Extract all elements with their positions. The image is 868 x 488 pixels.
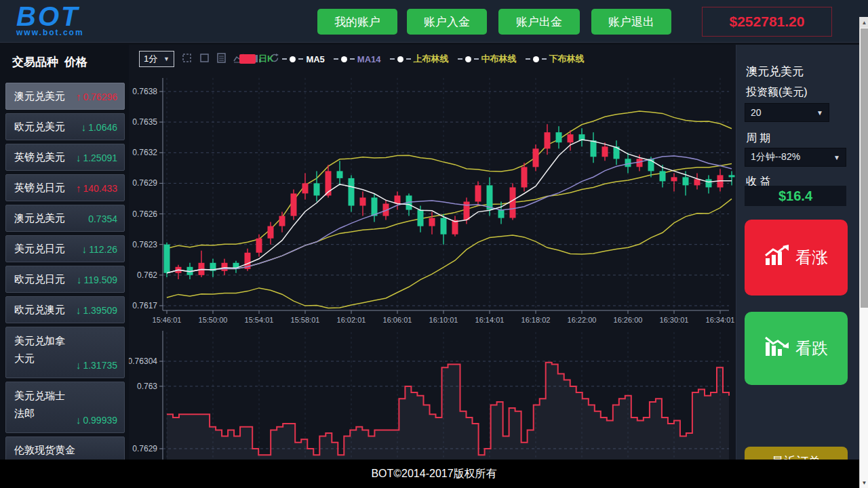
legend-dot-icon [397,56,403,62]
svg-text:16:18:02: 16:18:02 [521,316,551,324]
data-view-icon[interactable] [217,53,226,63]
zoom-reset-icon[interactable] [199,53,210,63]
pair-name: 欧元兑美元 [14,114,65,140]
down-arrow-icon: ↓ [81,121,87,133]
pair-price: 1.25091 [83,152,117,163]
pair-name: 欧元兑澳元 [14,297,65,323]
pair-price: 1.31735 [83,360,117,371]
svg-text:0.7629: 0.7629 [132,178,157,188]
invest-value: 20 [751,107,762,118]
svg-text:0.7629: 0.7629 [132,444,157,453]
sidebar-item-1[interactable]: 欧元兑美元↓1.0646 [5,113,125,140]
chart-panel: 1分 ▼ 日KMA5MA14上布林线中布林线下布林线 15:46:0115:50… [129,45,736,460]
sidebar: 交易品种 价格 澳元兑美元↑0.76296欧元兑美元↓1.0646英镑兑美元↓1… [0,45,129,460]
sidebar-col-price: 价格 [64,54,87,70]
svg-text:0.7623: 0.7623 [132,240,157,249]
period-select[interactable]: 1分钟--82% ▼ [745,148,846,167]
kline-swatch-icon [239,54,256,64]
caret-down-icon: ▼ [833,154,840,161]
invest-select[interactable]: 20 ▼ [745,103,829,122]
legend-item-上布林线[interactable]: 上布林线 [390,53,449,65]
svg-text:15:54:01: 15:54:01 [245,316,274,324]
svg-text:0.7635: 0.7635 [132,117,157,127]
call-label: 看涨 [795,247,828,268]
pair-name: 澳元兑美元 [14,205,65,231]
interval-value: 1分 [144,53,157,65]
svg-text:16:22:00: 16:22:00 [568,316,597,324]
svg-text:16:34:01: 16:34:01 [706,316,735,324]
pair-price: 112.26 [89,244,117,255]
deposit-button[interactable]: 账户入金 [407,9,487,35]
put-button[interactable]: 看跌 [745,312,848,385]
caret-down-icon: ▼ [163,56,170,62]
legend-item-中布林线[interactable]: 中布林线 [458,53,517,65]
sidebar-item-4[interactable]: 澳元兑美元0.7354 [5,205,125,232]
fall-icon [764,336,790,361]
logo-url: www.bot.com [16,28,84,37]
legend-item-MA14[interactable]: MA14 [334,54,381,64]
pair-price: 0.76296 [83,92,117,102]
sidebar-item-6[interactable]: 欧元兑日元↓119.509 [5,266,125,293]
scrollbar-thumb[interactable] [861,28,868,308]
sidebar-item-8[interactable]: 美元兑加拿大元↓1.31735 [5,327,125,378]
sidebar-item-2[interactable]: 英镑兑美元↓1.25091 [5,144,125,171]
legend-item-日K[interactable]: 日K [239,53,273,65]
header: BOT www.bot.com 我的账户 账户入金 账户出金 账户退出 $252… [0,0,868,43]
pair-name: 美元兑加拿大元 [14,327,65,367]
my-account-button[interactable]: 我的账户 [317,9,397,35]
svg-text:0.76304: 0.76304 [129,357,157,366]
svg-text:15:58:01: 15:58:01 [291,316,320,324]
sidebar-item-5[interactable]: 美元兑日元↓112.26 [5,235,125,262]
interval-select[interactable]: 1分 ▼ [139,51,174,67]
svg-text:15:46:01: 15:46:01 [153,316,182,324]
sidebar-item-7[interactable]: 欧元兑澳元↓1.39509 [5,296,125,323]
page-scrollbar[interactable]: ▲ ▼ [859,17,868,488]
chart-legend: 日KMA5MA14上布林线中布林线下布林线 [239,52,585,66]
logo-text: BOT [16,3,84,30]
scroll-up-icon[interactable]: ▲ [860,17,868,28]
down-arrow-icon: ↓ [76,152,81,163]
main-chart[interactable]: 15:46:0115:50:0015:54:0115:58:0116:02:01… [129,68,736,336]
up-arrow-icon: ↑ [76,91,81,102]
pair-name: 英镑兑日元 [14,175,65,201]
call-button[interactable]: 看涨 [745,220,848,296]
sidebar-item-3[interactable]: 英镑兑日元↑140.433 [5,174,125,201]
legend-dot-icon [341,56,347,62]
rise-icon [764,245,790,270]
pair-price: 140.433 [83,183,117,194]
svg-text:16:10:01: 16:10:01 [429,316,458,324]
copyright-text: BOT©2014-2017版权所有 [371,467,496,481]
svg-text:0.763: 0.763 [137,382,157,391]
pair-name: 欧元兑日元 [14,266,65,292]
order-panel: 澳元兑美元 投资额(美元) 20 ▼ 周 期 1分钟--82% ▼ 收 益 $1… [736,45,860,460]
pair-price: 1.0646 [88,122,117,133]
pair-name: 美元兑瑞士法郎 [14,382,65,422]
period-label: 周 期 [746,131,770,146]
legend-dot-icon [465,56,471,62]
svg-text:16:02:01: 16:02:01 [337,316,366,324]
selected-pair-title: 澳元兑美元 [746,64,804,79]
sidebar-item-9[interactable]: 美元兑瑞士法郎↓0.99939 [5,382,125,433]
tick-chart[interactable]: 0.763040.7630.7629 [129,325,736,460]
withdraw-button[interactable]: 账户出金 [498,9,580,35]
down-arrow-icon: ↓ [82,243,87,255]
footer: BOT©2014-2017版权所有 [0,460,868,488]
down-arrow-icon: ↓ [76,304,81,316]
svg-text:0.7617: 0.7617 [132,301,157,310]
account-balance: $252781.20 [702,7,832,37]
legend-item-MA5[interactable]: MA5 [282,54,324,64]
invest-label: 投资额(美元) [746,85,808,100]
svg-text:0.7638: 0.7638 [132,87,157,96]
sidebar-item-0[interactable]: 澳元兑美元↑0.76296 [5,83,125,110]
svg-text:15:50:00: 15:50:00 [199,316,228,324]
select-zoom-icon[interactable] [182,53,192,63]
scroll-down-icon[interactable]: ▼ [860,477,868,488]
svg-text:16:14:01: 16:14:01 [475,316,505,324]
logout-button[interactable]: 账户退出 [591,9,671,35]
period-value: 1分钟--82% [751,151,800,163]
down-arrow-icon: ↓ [77,274,82,285]
legend-dot-icon [533,56,539,62]
svg-text:16:30:01: 16:30:01 [660,316,689,324]
legend-item-下布林线[interactable]: 下布林线 [526,53,585,65]
pair-name: 澳元兑美元 [14,83,65,109]
